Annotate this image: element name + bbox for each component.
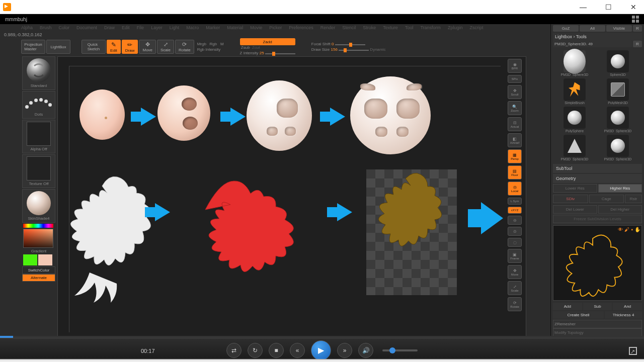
tool-item[interactable]: PM3D_Sphere3D: [597, 107, 638, 133]
quick-sketch-button[interactable]: Quick Sketch: [82, 40, 106, 54]
persp-button[interactable]: ▦Persp: [508, 149, 522, 163]
zbrush-menubar[interactable]: AlphaBrushColorDocumentDrawEditFileLayer…: [0, 24, 644, 32]
local-button[interactable]: ◎Local: [508, 182, 522, 196]
material-selector[interactable]: SkinShade4: [22, 189, 55, 223]
tool-item[interactable]: PM3D_Sphere3D: [554, 50, 595, 76]
media-window-header: mmmbuhj: [0, 14, 644, 24]
tool-item[interactable]: Sphere3D: [597, 50, 638, 76]
next-button[interactable]: »: [337, 343, 352, 358]
alternate-button[interactable]: Alternate: [22, 274, 55, 282]
rgb-toggle[interactable]: Rgb: [210, 42, 217, 46]
sculpt-stage-1: [79, 89, 125, 140]
arrow-icon: [337, 203, 352, 221]
seek-bar[interactable]: [0, 336, 644, 338]
current-tool[interactable]: PM3D_Sphere3D. 49: [553, 41, 632, 47]
alpha-selector[interactable]: Alpha Off: [22, 120, 55, 153]
zcut-toggle[interactable]: Zcut: [252, 45, 260, 50]
playback-time: 00:17: [141, 348, 155, 354]
tool-item[interactable]: PolySphere: [554, 107, 595, 133]
z-intensity-value[interactable]: 25: [260, 51, 264, 55]
rotate-mode-button[interactable]: ⟳Rotate: [175, 40, 194, 54]
move-view-button[interactable]: ✥Move: [508, 265, 522, 279]
lightbox-button[interactable]: LightBox: [46, 40, 70, 54]
color-picker[interactable]: Gradient SwitchColor Alternate: [22, 224, 55, 282]
play-button[interactable]: ▶: [311, 340, 331, 360]
rgb-intensity-label: Rgb Intensity: [197, 47, 224, 52]
creature-gold-checker: [366, 169, 457, 295]
edit-mode-button[interactable]: ✎Edit: [107, 40, 121, 54]
tool-item[interactable]: PM3D_Sphere3D: [554, 135, 595, 161]
del-lower-button[interactable]: Del Lower: [553, 205, 597, 214]
window-footer: [0, 359, 644, 362]
coordinates-readout: 0.989,-0.382,0.162: [0, 32, 644, 38]
bpr-button[interactable]: ◉BPR: [508, 59, 522, 73]
media-player-icon: [3, 3, 11, 11]
scroll-button[interactable]: ✥Scroll: [508, 85, 522, 99]
scale-view-button[interactable]: ⤢Scale: [508, 281, 522, 295]
right-shelf: ◉BPR SPix ✥Scroll 🔍Zoom ⊡Actual ◧AAHalf …: [508, 59, 523, 311]
xyz-button[interactable]: xXYZ: [508, 207, 522, 214]
subtool-preview[interactable]: 👁🖌▪✋: [553, 225, 642, 301]
tool-item[interactable]: PolyMesh3D: [597, 78, 638, 105]
lower-res-button[interactable]: Lower Res: [553, 184, 597, 193]
window-maximize-button[interactable]: ☐: [601, 3, 616, 11]
sculpt-stage-3: [247, 80, 312, 151]
zsub-toggle[interactable]: Zsub: [241, 45, 250, 50]
del-higher-button[interactable]: Del Higher: [598, 205, 642, 214]
texture-selector[interactable]: Texture Off: [22, 154, 55, 188]
arrow-icon: [230, 108, 246, 126]
stop-button[interactable]: ■: [269, 343, 284, 358]
frame-button[interactable]: ▣Frame: [508, 249, 522, 263]
zremesher-header[interactable]: ZRemesher: [553, 320, 642, 328]
tool-item[interactable]: PM3D_Sphere3D: [597, 135, 638, 161]
scale-mode-button[interactable]: ⤢Scale: [157, 40, 174, 54]
goz-all-button[interactable]: All: [580, 25, 605, 32]
transp-button[interactable]: ⊖: [508, 216, 522, 225]
floor-button[interactable]: ▤Floor: [508, 165, 522, 179]
draw-size-label: Draw Size: [311, 47, 330, 52]
lsym-button[interactable]: L.Sym: [508, 198, 522, 205]
rotate-view-button[interactable]: ⟳Rotate: [508, 297, 522, 311]
zadd-toggle[interactable]: Zadd: [240, 38, 295, 45]
actual-button[interactable]: ⊡Actual: [508, 117, 522, 131]
zoom-button[interactable]: 🔍Zoom: [508, 101, 522, 115]
higher-res-button[interactable]: Higher Res: [598, 184, 642, 193]
mrgb-toggle[interactable]: Mrgb: [197, 42, 206, 46]
tool-item[interactable]: SimpleBrush: [554, 78, 595, 105]
primary-color-swatch[interactable]: [38, 254, 52, 265]
volume-slider[interactable]: [382, 349, 418, 351]
aahalf-button[interactable]: ◧AAHalf: [508, 133, 522, 147]
spix-button[interactable]: SPix: [508, 75, 522, 83]
document-canvas[interactable]: ◉BPR SPix ✥Scroll 🔍Zoom ⊡Actual ◧AAHalf …: [57, 56, 526, 337]
draw-mode-button[interactable]: ✏Draw: [122, 40, 138, 54]
m-toggle[interactable]: M: [220, 42, 224, 46]
goz-r-button[interactable]: R: [633, 25, 642, 32]
subtool-header[interactable]: SubTool: [553, 164, 642, 173]
sculpt-stage-4: [350, 76, 431, 154]
window-close-button[interactable]: ✕: [626, 3, 641, 11]
mute-button[interactable]: 🔊: [358, 343, 373, 358]
freeze-subdiv-button[interactable]: Freeze SubDivision Levels: [553, 215, 642, 223]
layout-toggle-icon[interactable]: [632, 16, 639, 23]
window-minimize-button[interactable]: —: [576, 3, 591, 11]
geometry-header[interactable]: Geometry: [553, 174, 642, 183]
top-toolbar: Projection Master LightBox Quick Sketch …: [0, 38, 644, 55]
creature-red: [175, 174, 316, 300]
projection-master-button[interactable]: Projection Master: [21, 40, 45, 54]
solo-button[interactable]: ◌: [508, 238, 522, 247]
ghost-button[interactable]: ⊙: [508, 227, 522, 236]
move-mode-button[interactable]: ✥Move: [139, 40, 156, 54]
goz-button[interactable]: GoZ: [553, 25, 579, 32]
brush-selector[interactable]: Standard: [22, 56, 55, 90]
tool-palette: PM3D_Sphere3D Sphere3D SimpleBrush PolyM…: [553, 48, 642, 163]
shuffle-button[interactable]: ⇄: [226, 343, 242, 358]
secondary-color-swatch[interactable]: [23, 254, 37, 265]
right-tray: GoZ All Visible R Lightbox › Tools PM3D_…: [550, 24, 644, 338]
repeat-button[interactable]: ↻: [248, 343, 263, 358]
stroke-selector[interactable]: Dots: [22, 91, 55, 119]
fullscreen-button[interactable]: [629, 347, 637, 355]
media-player-controls: 00:17 ⇄ ↻ ■ « ▶ » 🔊: [0, 338, 644, 362]
prev-button[interactable]: «: [290, 343, 305, 358]
goz-visible-button[interactable]: Visible: [606, 25, 632, 32]
switch-color-button[interactable]: SwitchColor: [22, 266, 55, 274]
